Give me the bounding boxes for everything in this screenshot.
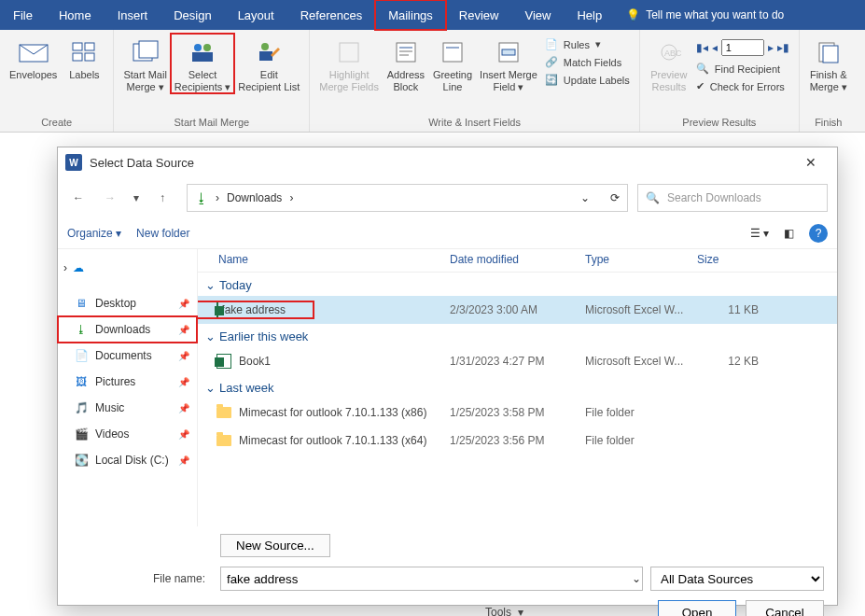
address-block-button[interactable]: AddressBlock	[383, 34, 429, 93]
file-row[interactable]: fake address2/3/2023 3:00 AMMicrosoft Ex…	[198, 296, 837, 324]
record-number-input[interactable]	[721, 39, 764, 56]
pin-icon[interactable]: 📌	[178, 351, 189, 361]
select-recipients-button[interactable]: SelectRecipients ▾	[171, 34, 234, 93]
tree-local-disk-c-[interactable]: 💽Local Disk (C:)📌	[58, 447, 197, 473]
open-button[interactable]: Open	[658, 600, 736, 616]
svg-text:ABC: ABC	[664, 49, 682, 58]
tab-view[interactable]: View	[511, 0, 564, 30]
tab-layout[interactable]: Layout	[225, 0, 287, 30]
tree-expand[interactable]: › ☁	[58, 255, 197, 281]
column-headers[interactable]: Name Date modified Type Size	[198, 249, 837, 273]
greeting-line-button[interactable]: GreetingLine	[429, 34, 476, 93]
back-button[interactable]: ←	[67, 187, 90, 209]
start-mail-merge-button[interactable]: Start MailMerge ▾	[119, 34, 170, 93]
search-box[interactable]: 🔍 Search Downloads	[637, 184, 828, 212]
pin-icon[interactable]: 📌	[178, 377, 189, 387]
edit-recipient-list-button[interactable]: EditRecipient List	[234, 34, 303, 93]
breadcrumb[interactable]: Downloads	[227, 191, 282, 204]
addr-dropdown-icon[interactable]: ⌄	[580, 191, 590, 204]
filename-input[interactable]	[220, 567, 643, 591]
tab-help[interactable]: Help	[564, 0, 615, 30]
history-dropdown[interactable]: ▾	[131, 187, 142, 209]
match-fields-button[interactable]: 🔗Match Fields	[541, 55, 634, 69]
download-icon: ⭳	[73, 323, 90, 336]
address-bar[interactable]: ⭳ › Downloads › ⌄ ⟳	[187, 184, 628, 212]
svg-rect-24	[823, 46, 838, 63]
tools-menu[interactable]: Tools ▾	[485, 606, 523, 616]
group-preview: ABC PreviewResults ▮◂ ◂ ▸ ▸▮ 🔍Find Recip…	[640, 30, 800, 132]
menu-bar: FileHomeInsertDesignLayoutReferencesMail…	[0, 0, 865, 30]
tab-home[interactable]: Home	[46, 0, 105, 30]
update-labels-button[interactable]: 🔄Update Labels	[541, 73, 634, 87]
labels-button[interactable]: Labels	[61, 34, 107, 81]
help-button[interactable]: ?	[809, 224, 828, 243]
select-data-source-dialog: W Select Data Source ✕ ← → ▾ ↑ ⭳ › Downl…	[57, 147, 838, 606]
video-icon: 🎬	[73, 427, 90, 441]
first-record-icon[interactable]: ▮◂	[696, 41, 708, 54]
forward-button: →	[99, 187, 121, 209]
tab-mailings[interactable]: Mailings	[375, 0, 446, 30]
tab-insert[interactable]: Insert	[105, 0, 161, 30]
tree-desktop[interactable]: 🖥Desktop📌	[58, 290, 197, 316]
pin-icon[interactable]: 📌	[178, 403, 189, 413]
tree-music[interactable]: 🎵Music📌	[58, 395, 197, 421]
refresh-button[interactable]: ⟳	[610, 191, 620, 204]
group-label-finish: Finish	[815, 115, 842, 132]
tree-downloads[interactable]: ⭳Downloads📌	[58, 316, 197, 343]
match-icon: 🔗	[545, 56, 558, 68]
group-header[interactable]: ⌄ Today	[198, 273, 837, 296]
view-menu[interactable]: ☰ ▾	[750, 227, 769, 240]
file-row[interactable]: Mimecast for outlook 7.10.1.133 (x86)1/2…	[198, 399, 837, 427]
group-write-insert: HighlightMerge Fields AddressBlock Greet…	[310, 30, 639, 132]
tree-documents[interactable]: 📄Documents📌	[58, 343, 197, 369]
close-button[interactable]: ✕	[792, 155, 830, 170]
new-source-button[interactable]: New Source...	[220, 534, 330, 557]
file-row[interactable]: Mimecast for outlook 7.10.1.133 (x64)1/2…	[198, 427, 837, 455]
tell-me-search[interactable]: 💡Tell me what you want to do	[615, 0, 795, 30]
tab-review[interactable]: Review	[446, 0, 512, 30]
disk-icon: 💽	[73, 454, 90, 467]
onedrive-icon: ☁	[73, 261, 84, 274]
file-filter-select[interactable]: All Data Sources	[650, 567, 824, 591]
rules-button[interactable]: 📄Rules ▾	[541, 37, 634, 51]
prev-record-icon[interactable]: ◂	[712, 41, 718, 54]
last-record-icon[interactable]: ▸▮	[777, 41, 789, 54]
tree-pictures[interactable]: 🖼Pictures📌	[58, 369, 197, 395]
address-block-icon	[391, 37, 421, 67]
new-folder-button[interactable]: New folder	[136, 227, 189, 240]
svg-point-7	[194, 44, 202, 51]
pin-icon[interactable]: 📌	[178, 299, 189, 309]
up-button[interactable]: ↑	[151, 187, 174, 209]
check-errors-button[interactable]: ✔Check for Errors	[692, 79, 793, 93]
tree-videos[interactable]: 🎬Videos📌	[58, 421, 197, 447]
svg-point-8	[203, 44, 211, 51]
group-header[interactable]: ⌄ Earlier this week	[198, 324, 837, 347]
tab-references[interactable]: References	[287, 0, 375, 30]
organize-menu[interactable]: Organize ▾	[67, 227, 121, 240]
next-record-icon[interactable]: ▸	[768, 41, 774, 54]
pin-icon[interactable]: 📌	[178, 429, 189, 440]
find-recipient-button[interactable]: 🔍Find Recipient	[692, 62, 793, 76]
preview-results-button: ABC PreviewResults	[646, 34, 692, 93]
svg-rect-11	[259, 51, 272, 61]
word-icon: W	[65, 154, 82, 171]
svg-rect-1	[73, 43, 82, 50]
finish-merge-button[interactable]: Finish &Merge ▾	[805, 34, 852, 93]
pin-icon[interactable]: 📌	[178, 455, 189, 466]
group-label-smm: Start Mail Merge	[174, 115, 249, 132]
rules-icon: 📄	[545, 38, 558, 50]
group-label-write: Write & Insert Fields	[428, 115, 521, 132]
cancel-button[interactable]: Cancel	[746, 600, 824, 616]
group-finish: Finish &Merge ▾ Finish	[800, 30, 858, 132]
insert-merge-field-button[interactable]: Insert MergeField ▾	[476, 34, 541, 93]
file-row[interactable]: Book11/31/2023 4:27 PMMicrosoft Excel W.…	[198, 347, 837, 375]
preview-pane-toggle[interactable]: ◧	[784, 227, 794, 240]
envelopes-button[interactable]: Envelopes	[6, 34, 61, 81]
pin-icon[interactable]: 📌	[178, 325, 189, 335]
tab-design[interactable]: Design	[160, 0, 224, 30]
group-create: Envelopes Labels Create	[0, 30, 114, 132]
ribbon: Envelopes Labels Create Start MailMerge …	[0, 30, 865, 133]
tab-file[interactable]: File	[0, 0, 46, 30]
group-header[interactable]: ⌄ Last week	[198, 375, 837, 399]
record-navigator[interactable]: ▮◂ ◂ ▸ ▸▮	[692, 37, 793, 58]
